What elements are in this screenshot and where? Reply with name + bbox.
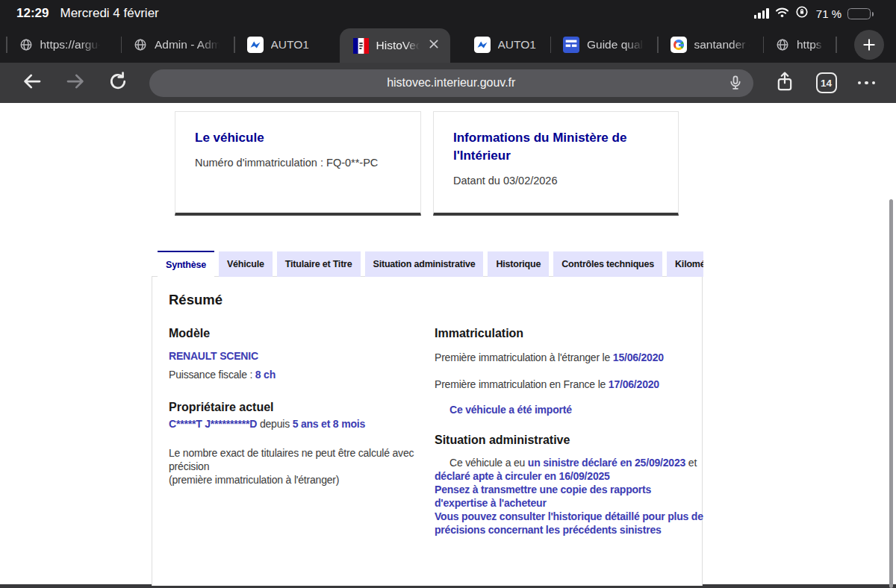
browser-tab-histovec-active[interactable]: HistoVec [340,28,450,63]
browser-tab-argus[interactable]: https://argu- [7,27,121,63]
owner-heading: Propriétaire actuel [169,400,430,414]
owner-since-value: 5 ans et 8 mois [293,418,365,430]
status-date: Mercredi 4 février [60,6,158,21]
globe-icon [776,38,789,51]
first-registration-france-label: Première immatriculation en France le [435,378,609,390]
wifi-icon [775,7,789,21]
sinister-label: Ce véhicule a eu [449,457,528,469]
apte-declared: déclaré apte à circuler en 16/09/2025 [435,470,610,482]
tab-title: santander co [694,38,751,51]
google-icon [671,37,687,53]
tab-vehicule[interactable]: Véhicule [219,251,273,277]
fiscal-power-value: 8 ch [255,369,276,381]
owner-since-label: depuis [257,418,292,430]
owner-line: C*****T J**********D depuis 5 ans et 8 m… [169,417,430,431]
detailed-history-note: Vous pouvez consulter l'historique détai… [435,510,703,536]
share-button[interactable] [774,71,795,95]
tab-title: HistoVec [376,39,420,52]
model-name: RENAULT SCENIC [169,349,430,363]
clock: 12:29 [16,6,49,21]
browser-tab-santander[interactable]: santander co [659,27,763,63]
tab-switcher-button[interactable]: 14 [816,72,837,93]
browser-tab-auto1-2[interactable]: AUTO1 [462,27,550,63]
tab-controles-techniques[interactable]: Contrôles techniques [553,251,662,277]
page-content: Le véhicule Numéro d'immatriculation : F… [0,103,896,588]
sinister-declared: un sinistre déclaré en 25/09/2023 [528,457,685,469]
microphone-icon[interactable] [727,75,744,94]
document-grid-icon [563,37,579,53]
ministry-card: Informations du Ministère de l'Intérieur… [433,111,679,216]
expertise-advice: Pensez à transmettre une copie des rappo… [435,484,651,509]
browser-tab-admin[interactable]: Admin - Adm [122,27,234,63]
forward-button[interactable] [64,70,87,96]
reload-button[interactable] [108,71,128,95]
first-registration-abroad-label: Première immatriculation à l'étranger le [435,351,613,363]
fiscal-power-line: Puissance fiscale : 8 ch [169,368,430,382]
vertical-scrollbar[interactable] [889,199,893,588]
close-tab-icon[interactable] [428,38,440,53]
tab-titulaire-et-titre[interactable]: Titulaire et Titre [277,251,361,277]
browser-tab-auto1[interactable]: AUTO1 [235,27,323,63]
report-date: Datant du 03/02/2026 [453,175,659,187]
orientation-lock-icon [795,5,809,22]
tab-title: Guide qualité [587,38,645,51]
tab-title: AUTO1 [271,38,309,51]
summary-left-column: Modèle RENAULT SCENIC Puissance fiscale … [169,326,430,487]
tab-synthese[interactable]: Synthèse [158,251,214,277]
browser-tab-https[interactable]: https:/ [764,27,836,63]
owner-note-line2: (première immatriculation à l'étranger) [169,473,430,487]
url-text: histovec.interieur.gouv.fr [387,76,515,90]
summary-right-column: Immatriculation Première immatriculation… [435,326,703,537]
first-registration-abroad: Première immatriculation à l'étranger le… [435,351,703,365]
vehicle-card-title: Le véhicule [195,129,401,147]
summary-title: Résumé [169,292,223,308]
cellular-signal-icon [754,8,769,19]
synthese-panel: Résumé Modèle RENAULT SCENIC Puissance f… [152,276,703,586]
ministry-card-title: Informations du Ministère de l'Intérieur [453,129,659,165]
battery-percent: 71 % [816,7,841,20]
globe-icon [134,38,147,51]
vehicle-card: Le véhicule Numéro d'immatriculation : F… [175,111,421,216]
apte-label: et [688,457,697,469]
screen: 12:29 Mercredi 4 février 71 % [0,0,896,588]
new-tab-button[interactable] [854,30,884,60]
globe-icon [19,38,33,51]
menu-button[interactable] [858,81,876,85]
first-registration-abroad-date: 15/06/2020 [613,351,664,363]
browser-tab-strip: https://argu- Admin - Adm AUTO1 HistoVec [0,27,896,63]
tab-title: https:/ [797,38,824,51]
address-bar[interactable]: histovec.interieur.gouv.fr [149,69,753,97]
battery-icon [847,8,871,19]
tab-title: AUTO1 [498,38,536,51]
admin-status-heading: Situation administrative [435,433,703,447]
auto1-icon [474,37,491,53]
owner-note: Le nombre exact de titulaires ne peut êt… [169,446,430,487]
browser-nav-bar: histovec.interieur.gouv.fr 14 [0,63,896,103]
status-bar: 12:29 Mercredi 4 février 71 % [0,0,896,27]
report-tabs: Synthèse Véhicule Titulaire et Titre Sit… [152,251,703,277]
back-button[interactable] [21,70,43,96]
browser-tab-guide-qualite[interactable]: Guide qualité [551,27,657,63]
tab-kilometrage[interactable]: Kilométrage [667,251,703,277]
registration-heading: Immatriculation [435,326,703,340]
owner-note-line1: Le nombre exact de titulaires ne peut êt… [169,446,430,473]
registration-number: Numéro d'immatriculation : FQ-0**-PC [195,157,401,169]
fiscal-power-label: Puissance fiscale : [169,369,255,381]
auto1-icon [247,37,264,53]
france-flag-icon [353,38,369,54]
imported-vehicle-note: Ce véhicule a été importé [435,403,703,417]
tab-title: Admin - Adm [155,38,221,51]
tab-count-label: 14 [821,78,832,89]
tab-situation-administrative[interactable]: Situation administrative [365,251,484,277]
first-registration-france: Première immatriculation en France le 17… [435,378,703,392]
owner-name: C*****T J**********D [169,418,257,430]
model-heading: Modèle [169,326,430,340]
first-registration-france-date: 17/06/2020 [609,378,659,390]
tab-title: https://argu- [40,38,102,51]
admin-status-paragraph: Ce véhicule a eu un sinistre déclaré en … [435,456,703,537]
tab-historique[interactable]: Historique [488,251,549,277]
